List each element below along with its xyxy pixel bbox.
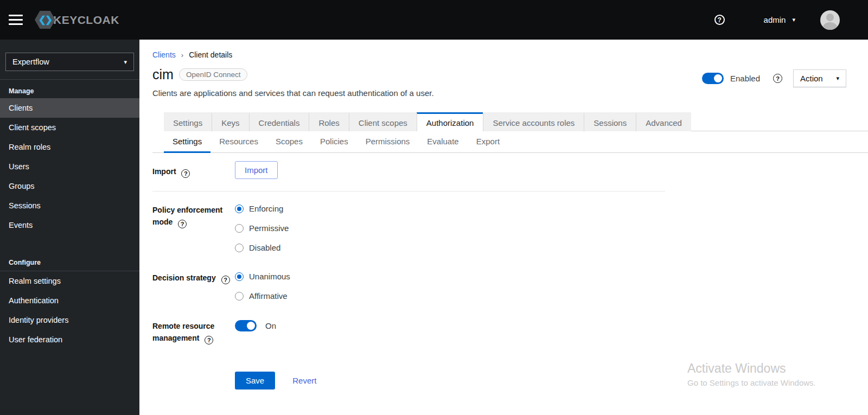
chevron-down-icon: ▾ xyxy=(792,16,795,23)
enabled-toggle[interactable] xyxy=(702,73,724,84)
enabled-label: Enabled xyxy=(730,74,760,83)
radio-icon xyxy=(235,205,244,213)
nav-section-configure: Configure xyxy=(0,251,139,270)
realm-selector[interactable]: Expertflow ▾ xyxy=(5,53,134,71)
sidebar-item-clients[interactable]: Clients xyxy=(0,98,139,118)
import-label: Import ? xyxy=(152,161,235,178)
main-content: Clients › Client details cim OpenID Conn… xyxy=(139,40,868,415)
tab-roles[interactable]: Roles xyxy=(309,112,348,131)
radio-option-affirmative[interactable]: Affirmative xyxy=(235,291,665,301)
avatar[interactable] xyxy=(820,10,840,30)
chevron-down-icon: ▾ xyxy=(836,75,839,82)
divider xyxy=(152,191,665,191)
nav-section-manage: Manage xyxy=(0,80,139,98)
radio-icon xyxy=(235,224,244,233)
import-row: Import ? Import xyxy=(152,161,665,179)
sidebar-item-events[interactable]: Events xyxy=(0,215,139,235)
policy-enforcement-label: Policy enforcement mode ? xyxy=(152,204,235,263)
toggle-state-label: On xyxy=(265,321,276,330)
remote-resource-label: Remote resource management ? xyxy=(152,320,235,344)
tab-advanced[interactable]: Advanced xyxy=(636,112,691,131)
realm-selector-value: Expertflow xyxy=(12,58,49,66)
form-actions: Save Revert xyxy=(152,372,665,390)
masthead: ❮❯ KEYCLOAK ? admin ▾ xyxy=(0,0,868,40)
tab-keys[interactable]: Keys xyxy=(212,112,248,131)
chevron-down-icon: ▾ xyxy=(124,59,127,66)
radio-option-disabled[interactable]: Disabled xyxy=(235,243,665,252)
subtab-permissions[interactable]: Permissions xyxy=(357,131,419,153)
remote-resource-toggle[interactable] xyxy=(235,320,257,331)
radio-option-unanimous[interactable]: Unanimous xyxy=(235,272,665,281)
radio-icon xyxy=(235,292,244,301)
sidebar: Expertflow ▾ Manage Clients Client scope… xyxy=(0,40,139,415)
remote-resource-row: Remote resource management ? On xyxy=(152,320,665,344)
user-menu[interactable]: admin ▾ xyxy=(764,15,795,24)
help-icon[interactable]: ? xyxy=(221,276,230,284)
sidebar-item-realm-roles[interactable]: Realm roles xyxy=(0,137,139,157)
keycloak-logo[interactable]: ❮❯ KEYCLOAK xyxy=(35,11,119,29)
subtab-scopes[interactable]: Scopes xyxy=(267,131,311,153)
help-icon[interactable]: ? xyxy=(205,336,213,344)
sidebar-item-client-scopes[interactable]: Client scopes xyxy=(0,118,139,137)
sidebar-item-groups[interactable]: Groups xyxy=(0,176,139,196)
tab-client-scopes[interactable]: Client scopes xyxy=(349,112,417,131)
radio-icon xyxy=(235,244,244,252)
tab-credentials[interactable]: Credentials xyxy=(249,112,309,131)
decision-strategy-label: Decision strategy ? xyxy=(152,272,235,311)
sidebar-item-identity-providers[interactable]: Identity providers xyxy=(0,310,139,330)
radio-icon xyxy=(235,272,244,281)
user-name: admin xyxy=(764,15,786,24)
keycloak-hexagon-icon: ❮❯ xyxy=(35,11,55,29)
breadcrumb-separator-icon: › xyxy=(181,51,183,59)
subtab-policies[interactable]: Policies xyxy=(311,131,357,153)
sidebar-item-user-federation[interactable]: User federation xyxy=(0,330,139,349)
action-dropdown[interactable]: Action ▾ xyxy=(793,69,846,87)
subtab-settings[interactable]: Settings xyxy=(164,131,210,153)
hamburger-menu-icon[interactable] xyxy=(9,12,23,28)
sidebar-item-users[interactable]: Users xyxy=(0,157,139,176)
tab-sessions[interactable]: Sessions xyxy=(584,112,636,131)
authorization-subtabs: Settings Resources Scopes Policies Permi… xyxy=(152,131,868,153)
tab-service-accounts-roles[interactable]: Service accounts roles xyxy=(483,112,584,131)
keycloak-wordmark: KEYCLOAK xyxy=(53,14,119,27)
subtab-evaluate[interactable]: Evaluate xyxy=(418,131,467,153)
help-icon[interactable]: ? xyxy=(714,15,725,25)
sidebar-item-sessions[interactable]: Sessions xyxy=(0,196,139,215)
tab-authorization[interactable]: Authorization xyxy=(417,112,483,131)
client-tabs: Settings Keys Credentials Roles Client s… xyxy=(164,112,868,131)
sidebar-item-realm-settings[interactable]: Realm settings xyxy=(0,271,139,291)
breadcrumb: Clients › Client details xyxy=(152,50,232,59)
breadcrumb-current: Client details xyxy=(189,50,232,59)
action-dropdown-label: Action xyxy=(800,74,823,83)
decision-strategy-row: Decision strategy ? Unanimous Affirmativ… xyxy=(152,272,665,311)
revert-link[interactable]: Revert xyxy=(292,376,316,385)
breadcrumb-link-clients[interactable]: Clients xyxy=(152,50,176,59)
subtab-export[interactable]: Export xyxy=(468,131,508,153)
subtab-resources[interactable]: Resources xyxy=(210,131,267,153)
import-button[interactable]: Import xyxy=(235,161,278,179)
radio-option-enforcing[interactable]: Enforcing xyxy=(235,204,665,213)
tab-settings[interactable]: Settings xyxy=(164,112,212,131)
save-button[interactable]: Save xyxy=(235,372,275,390)
page-title: cim xyxy=(152,67,174,82)
protocol-badge: OpenID Connect xyxy=(179,68,248,81)
help-icon[interactable]: ? xyxy=(181,169,190,178)
page-description: Clients are applications and services th… xyxy=(152,88,434,98)
sidebar-item-authentication[interactable]: Authentication xyxy=(0,291,139,310)
radio-option-permissive[interactable]: Permissive xyxy=(235,224,665,233)
policy-enforcement-row: Policy enforcement mode ? Enforcing Perm… xyxy=(152,204,665,263)
help-icon[interactable]: ? xyxy=(178,220,187,228)
divider xyxy=(691,112,868,131)
windows-activation-watermark: Activate Windows Go to Settings to activ… xyxy=(687,361,816,387)
help-icon[interactable]: ? xyxy=(773,74,782,83)
